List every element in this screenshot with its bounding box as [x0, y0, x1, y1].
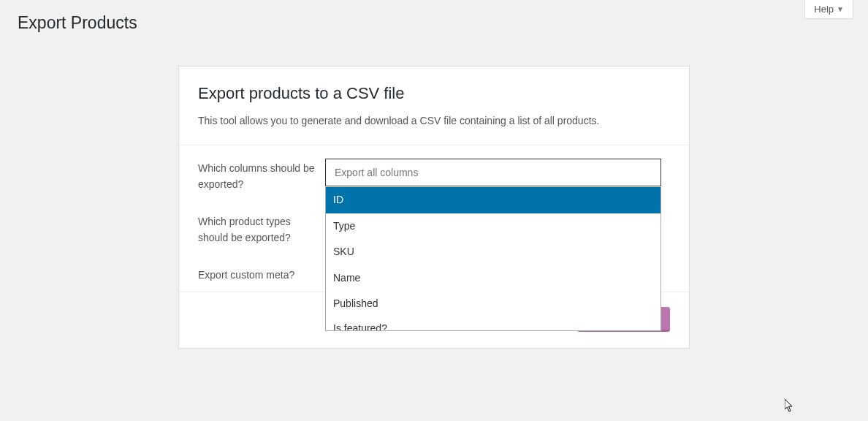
- columns-select-input[interactable]: Export all columns: [325, 159, 661, 186]
- caret-down-icon: ▼: [837, 5, 844, 13]
- panel-header: Export products to a CSV file This tool …: [179, 67, 689, 145]
- row-columns: Which columns should be exported? Export…: [179, 145, 689, 202]
- option-id[interactable]: ID: [326, 187, 660, 213]
- option-sku[interactable]: SKU: [326, 239, 660, 265]
- label-columns: Which columns should be exported?: [198, 159, 325, 193]
- panel-body: Which columns should be exported? Export…: [179, 145, 689, 292]
- page-title: Export Products: [15, 0, 137, 33]
- panel-title: Export products to a CSV file: [198, 84, 670, 103]
- option-published[interactable]: Published: [326, 291, 660, 317]
- option-type[interactable]: Type: [326, 213, 660, 240]
- mouse-cursor-icon: [785, 399, 795, 415]
- help-label: Help: [814, 4, 834, 15]
- columns-dropdown-list[interactable]: ID Type SKU Name Published Is featured?: [326, 187, 660, 330]
- option-is-featured[interactable]: Is featured?: [326, 317, 660, 330]
- label-custom-meta: Export custom meta?: [198, 265, 325, 283]
- option-name[interactable]: Name: [326, 265, 660, 292]
- help-tab[interactable]: Help ▼: [804, 0, 853, 19]
- label-product-types: Which product types should be exported?: [198, 212, 325, 246]
- columns-dropdown: ID Type SKU Name Published Is featured?: [325, 187, 661, 331]
- export-panel: Export products to a CSV file This tool …: [178, 66, 690, 349]
- panel-description: This tool allows you to generate and dow…: [198, 113, 670, 129]
